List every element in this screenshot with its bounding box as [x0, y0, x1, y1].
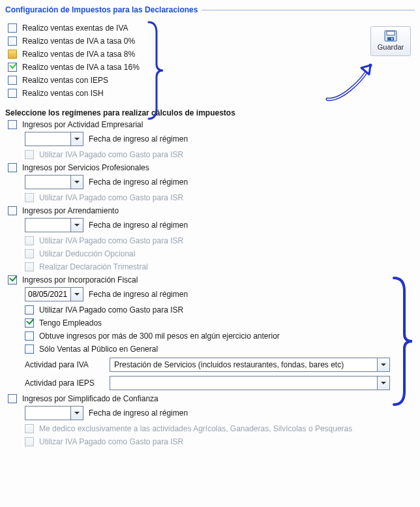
label-r4-iva: Utilizar IVA Pagado como Gasto para ISR: [39, 305, 183, 315]
chevron-down-icon[interactable]: [377, 376, 390, 390]
checkbox-tasa16[interactable]: [8, 63, 17, 72]
date-r5-input[interactable]: [25, 406, 70, 420]
checkbox-r3[interactable]: [8, 206, 17, 215]
label-r3-iva: Utilizar IVA Pagado como Gasto para ISR: [39, 236, 183, 245]
svg-rect-1: [387, 31, 395, 35]
checkbox-tasa0[interactable]: [8, 37, 17, 46]
checkbox-r4-iva[interactable]: [25, 305, 34, 315]
checkbox-r4[interactable]: [8, 275, 17, 284]
label-r4-300k: Obtuve ingresos por más de 300 mil pesos…: [39, 331, 280, 341]
date-r5-label: Fecha de ingreso al régimen: [89, 408, 188, 418]
checkbox-tasa8[interactable]: [8, 50, 17, 59]
label-r5-agric: Me dedico exclusivamente a las actividad…: [39, 424, 352, 433]
checkbox-r3-deduccion: [25, 249, 34, 258]
combo-actividad-iva-value: Prestación de Servicios (incluidos resta…: [110, 358, 377, 372]
label-r3: Ingresos por Arrendamiento: [22, 206, 119, 215]
date-r3[interactable]: [25, 218, 83, 232]
label-r4-empleados: Tengo Empleados: [39, 318, 102, 328]
chevron-down-icon[interactable]: [70, 406, 83, 420]
label-r2: Ingresos por Servicios Profesionales: [22, 163, 149, 172]
regime-servicios-profesionales: Ingresos por Servicios Profesionales Fec…: [5, 163, 415, 202]
checkbox-r4-300k[interactable]: [25, 331, 34, 341]
date-r3-label: Fecha de ingreso al régimen: [89, 221, 188, 230]
checkbox-r5[interactable]: [8, 394, 17, 403]
svg-rect-2: [387, 37, 394, 40]
date-r1-label: Fecha de ingreso al régimen: [89, 134, 188, 144]
combo-actividad-ieps[interactable]: [110, 376, 390, 390]
label-r4: Ingresos por Incorporación Fiscal: [22, 275, 138, 284]
date-r1[interactable]: [25, 132, 83, 146]
label-ish: Realizo ventas con ISH: [22, 89, 104, 98]
checkbox-r5-iva: [25, 437, 34, 446]
checkbox-exentas[interactable]: [8, 23, 17, 33]
regime-simplificado-confianza: Ingresos por Simplificado de Confianza F…: [5, 394, 415, 446]
bracket-icon: [390, 273, 416, 410]
label-r5-iva: Utilizar IVA Pagado como Gasto para ISR: [39, 437, 183, 446]
label-exentas: Realizo ventas exentas de IVA: [22, 23, 128, 33]
checkbox-r5-agric: [25, 424, 34, 433]
label-actividad-ieps: Actividad para IEPS: [25, 378, 110, 388]
date-r2-input[interactable]: [25, 175, 70, 189]
date-r1-input[interactable]: [25, 132, 70, 146]
combo-actividad-iva[interactable]: Prestación de Servicios (incluidos resta…: [110, 358, 390, 372]
save-icon: [383, 29, 398, 42]
checkbox-r2-iva: [25, 193, 34, 202]
regime-incorporacion-fiscal: Ingresos por Incorporación Fiscal Fecha …: [5, 275, 415, 390]
label-r4-publico: Sólo Ventas al Público en General: [39, 345, 158, 354]
label-tasa16: Realizo ventas de IVA a tasa 16%: [22, 63, 140, 72]
section-header: Configuración de Impuestos para las Decl…: [5, 5, 415, 14]
checkbox-r1-iva: [25, 150, 34, 159]
regime-arrendamiento: Ingresos por Arrendamiento Fecha de ingr…: [5, 206, 415, 271]
checkbox-r3-trimestral: [25, 262, 34, 271]
label-r3-deduccion: Utilizar Deducción Opcional: [39, 249, 135, 258]
label-r2-iva: Utilizar IVA Pagado como Gasto para ISR: [39, 193, 183, 202]
checkbox-r3-iva: [25, 236, 34, 245]
label-tasa0: Realizo ventas de IVA a tasa 0%: [22, 37, 135, 46]
label-tasa8: Realizo ventas de IVA a tasa 8%: [22, 50, 135, 59]
regime-actividad-empresarial: Ingresos por Actividad Empresarial Fecha…: [5, 120, 415, 159]
label-r3-trimestral: Realizar Declaración Trimestral: [39, 262, 148, 271]
chevron-down-icon[interactable]: [70, 175, 83, 189]
chevron-down-icon[interactable]: [70, 218, 83, 232]
label-ieps: Realizo ventas con IEPS: [22, 76, 108, 85]
label-r1-iva: Utilizar IVA Pagado como Gasto para ISR: [39, 150, 183, 159]
label-actividad-iva: Actividad para IVA: [25, 360, 110, 369]
date-r2[interactable]: [25, 175, 83, 189]
chevron-down-icon[interactable]: [70, 132, 83, 146]
date-r4[interactable]: [25, 287, 83, 301]
save-button[interactable]: Guardar: [370, 26, 411, 56]
save-label: Guardar: [378, 43, 404, 51]
tax-checks-group: Realizo ventas exentas de IVA Realizo ve…: [8, 20, 140, 102]
checkbox-ish[interactable]: [8, 89, 17, 98]
checkbox-r4-empleados[interactable]: [25, 318, 34, 328]
date-r4-label: Fecha de ingreso al régimen: [89, 290, 188, 299]
header-rule: [202, 10, 415, 10]
regimes-header: Seleccione los regímenes para realizar c…: [5, 108, 415, 117]
chevron-down-icon[interactable]: [70, 287, 83, 301]
arrow-icon: [323, 59, 382, 104]
date-r5[interactable]: [25, 406, 83, 420]
bracket-icon: [146, 18, 166, 123]
date-r4-input[interactable]: [25, 287, 70, 301]
checkbox-r2[interactable]: [8, 163, 17, 172]
section-title: Configuración de Impuestos para las Decl…: [5, 5, 198, 14]
date-r2-label: Fecha de ingreso al régimen: [89, 177, 188, 187]
chevron-down-icon[interactable]: [377, 358, 390, 372]
date-r3-input[interactable]: [25, 218, 70, 232]
checkbox-ieps[interactable]: [8, 76, 17, 85]
label-r5: Ingresos por Simplificado de Confianza: [22, 394, 158, 403]
svg-rect-3: [391, 38, 393, 40]
combo-actividad-ieps-value: [110, 376, 377, 390]
checkbox-r1[interactable]: [8, 120, 17, 129]
checkbox-r4-publico[interactable]: [25, 345, 34, 354]
label-r1: Ingresos por Actividad Empresarial: [22, 120, 143, 129]
